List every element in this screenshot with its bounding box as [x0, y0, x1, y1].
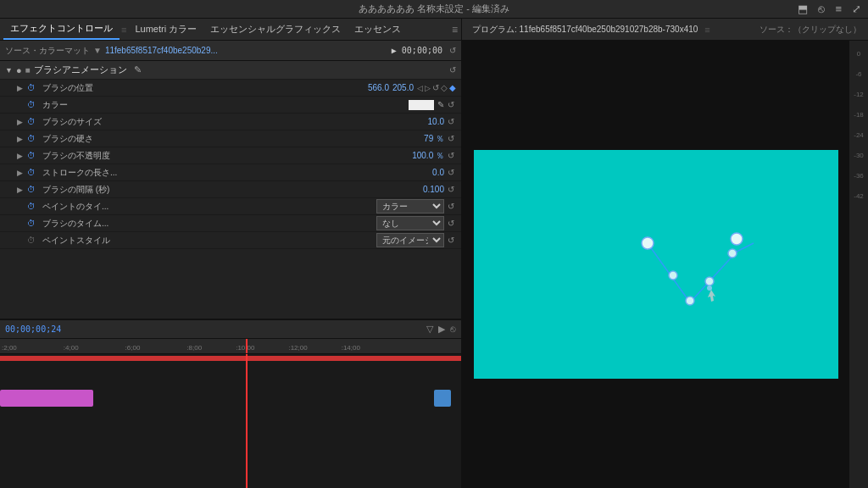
vis-icon[interactable]: ■	[25, 65, 31, 75]
prop-value-size[interactable]: 10.0	[428, 117, 444, 126]
fullscreen-icon[interactable]: ⤢	[852, 3, 861, 15]
ruler-val-36: -36	[854, 166, 864, 185]
stopwatch-stroke[interactable]: ⏱	[27, 168, 39, 177]
prop-arrow-size: ▶	[17, 118, 24, 126]
stopwatch-opacity[interactable]: ⏱	[27, 151, 39, 160]
filter-icon[interactable]: ▽	[426, 324, 433, 335]
prop-reset-size[interactable]: ↺	[448, 117, 454, 126]
prop-reset-spacing[interactable]: ↺	[448, 185, 454, 194]
track-empty-2	[0, 412, 461, 437]
section-icons: ✎	[134, 64, 142, 75]
timeline-time: 00;00;00;24	[5, 324, 61, 334]
stopwatch-hardness[interactable]: ⏱	[27, 134, 39, 143]
svg-point-7	[728, 249, 737, 258]
panel-menu-icon[interactable]: ≡	[452, 24, 458, 36]
prop-reset-stroke[interactable]: ↺	[448, 168, 454, 177]
prop-reset-paint-style[interactable]: ↺	[448, 236, 454, 245]
source-bar: ソース・カラーマット ▼ 11feb65f8517cf40be250b29...…	[0, 41, 461, 61]
stopwatch-color[interactable]: ⏱	[27, 100, 39, 109]
prop-color-swatch[interactable]	[409, 100, 434, 110]
prop-name-paint-time: ペイントのタイ...	[42, 201, 376, 213]
reset-icon[interactable]: ↺	[449, 46, 456, 55]
export-icon[interactable]: ⎋	[818, 3, 825, 15]
timeline-header: 00;00;00;24 ▽ ▶ ⎋	[0, 320, 461, 339]
time-display: ▶ 00;00;00	[392, 46, 442, 55]
prop-pencil-color[interactable]: ✎	[437, 100, 444, 109]
prop-arrow-hardness: ▶	[17, 135, 24, 143]
source-label-right: ソース：（クリップなし）	[760, 24, 861, 36]
track-empty-3	[0, 437, 461, 463]
nav-prev-icon[interactable]: ◁	[417, 84, 423, 92]
source-label: ソース・カラーマット	[5, 45, 90, 57]
source-value[interactable]: 11feb65f8517cf40be250b29...	[105, 46, 381, 55]
svg-point-8	[731, 233, 743, 245]
prop-select-paint-style[interactable]: 元のイメージ 透明	[376, 233, 444, 247]
tab-effect-controls[interactable]: エフェクトコントロール	[3, 19, 120, 40]
clip-pink[interactable]	[0, 390, 93, 407]
ruler-mark-12: :12;00	[254, 344, 307, 353]
prop-reset-brush-time[interactable]: ↺	[448, 219, 454, 228]
prop-value-position-y[interactable]: 205.0	[392, 83, 414, 92]
prop-value-spacing[interactable]: 0.100	[423, 185, 444, 194]
stopwatch-position[interactable]: ⏱	[27, 83, 39, 92]
prop-arrow-stroke: ▶	[17, 169, 24, 177]
maximize-icon[interactable]: ⬒	[798, 3, 808, 15]
prop-row-brush-size: ▶ ⏱ ブラシのサイズ 10.0 ↺	[0, 114, 461, 130]
ruler-container: :2;00 :4;00 :6;00 :8;00 :10;00 :12;00 :1…	[0, 339, 461, 353]
prop-reset-opacity[interactable]: ↺	[448, 151, 454, 160]
stopwatch-size[interactable]: ⏱	[27, 117, 39, 126]
play-icon[interactable]: ▶	[438, 324, 445, 335]
export-icon[interactable]: ⎋	[450, 324, 456, 335]
ruler-mark-14: :14;00	[308, 344, 360, 353]
prop-nav-position: ◁ ▷	[417, 84, 431, 92]
prop-value-position-x[interactable]: 566.0	[368, 83, 389, 92]
program-menu: ソース：（クリップなし）	[760, 24, 861, 36]
eye-icon[interactable]: ●	[16, 65, 22, 75]
program-label: プログラム: 11feb65f8517cf40be250b291027b28b-…	[469, 20, 701, 39]
svg-line-0	[648, 243, 690, 302]
menu-icon[interactable]: ≡	[835, 3, 842, 15]
prop-name-hardness: ブラシの硬さ	[42, 133, 424, 145]
source-sep: ▼	[93, 46, 102, 55]
effect-controls[interactable]: ソース・カラーマット ▼ 11feb65f8517cf40be250b29...…	[0, 41, 461, 319]
section-header-brush[interactable]: ▼ ● ■ ブラシアニメーション ✎ ↺	[0, 61, 461, 80]
nav-next-icon[interactable]: ▷	[425, 84, 431, 92]
prop-reset-position[interactable]: ↺	[432, 83, 439, 92]
track-empty-1	[0, 361, 461, 386]
svg-point-9	[707, 286, 712, 291]
prop-keyframe-position[interactable]: ◇	[441, 83, 448, 92]
brush-animation-svg	[474, 150, 838, 379]
prop-row-brush-time: ▶ ⏱ ブラシのタイム... なし 継続時間 ↺	[0, 215, 461, 232]
timeline-icons: ▽ ▶ ⎋	[426, 324, 456, 335]
stopwatch-paint-style: ⏱	[27, 236, 39, 245]
tab-lumetri[interactable]: Lumetri カラー	[128, 19, 203, 39]
ruler-val-6: -6	[855, 64, 861, 83]
prop-reset-color[interactable]: ↺	[448, 100, 454, 109]
brush-reset-icon[interactable]: ↺	[449, 65, 456, 75]
ruler-mark-6: :6;00	[79, 344, 141, 353]
monitor-content: 0 -6 -12 -18 -24 -30 -36 -42	[462, 41, 868, 488]
tab-essential-graphics[interactable]: エッセンシャルグラフィックス	[203, 19, 348, 39]
tab-essense[interactable]: エッセンス	[348, 19, 408, 39]
monitor-inner: 0 -6 -12 -18 -24 -30 -36 -42	[462, 41, 868, 488]
prop-value-hardness[interactable]: 79 ％	[424, 133, 444, 145]
prop-select-paint-time[interactable]: カラー アルファ	[376, 199, 444, 214]
timeline-area: 00;00;00;24 ▽ ▶ ⎋ :2;00 :4;00 :6;00 :8;0…	[0, 319, 461, 488]
stopwatch-spacing[interactable]: ⏱	[27, 185, 39, 194]
stopwatch-brush-time[interactable]: ⏱	[27, 219, 39, 228]
stopwatch-paint-time[interactable]: ⏱	[27, 202, 39, 211]
clip-blue[interactable]	[434, 390, 451, 407]
prop-select-brush-time[interactable]: なし 継続時間	[376, 216, 444, 230]
ruler-mark-4: :4;00	[17, 344, 79, 353]
prop-arrow-opacity: ▶	[17, 152, 24, 160]
prop-row-hardness: ▶ ⏱ ブラシの硬さ 79 ％ ↺	[0, 130, 461, 147]
timeline-ruler: :2;00 :4;00 :6;00 :8;00 :10;00 :12;00 :1…	[0, 339, 461, 354]
prop-value-stroke[interactable]: 0.0	[432, 168, 444, 177]
prop-keyframe-active[interactable]: ◆	[449, 83, 456, 92]
prop-reset-paint-time[interactable]: ↺	[448, 202, 454, 211]
prop-value-opacity[interactable]: 100.0 ％	[412, 150, 444, 162]
prop-arrow-position: ▶	[17, 84, 24, 92]
prop-reset-hardness[interactable]: ↺	[448, 134, 454, 143]
title-text: ああああああ 名称未設定 - 編集済み	[359, 3, 509, 15]
prop-name-color: カラー	[42, 99, 409, 111]
